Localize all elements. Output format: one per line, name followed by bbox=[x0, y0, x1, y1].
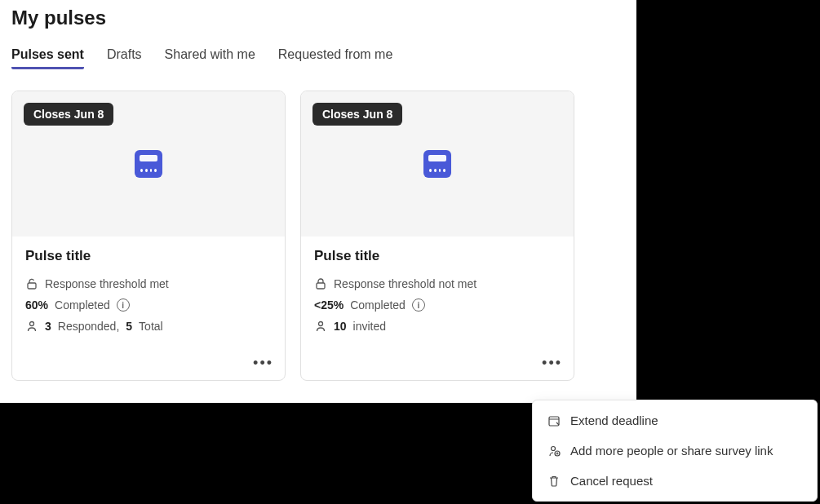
lock-icon bbox=[314, 277, 327, 290]
completed-row: 60% Completed i bbox=[25, 298, 272, 312]
tabs-bar: Pulses sent Drafts Shared with me Reques… bbox=[11, 47, 625, 69]
card-hero: Closes Jun 8 bbox=[12, 91, 285, 237]
invited-label: invited bbox=[353, 320, 386, 333]
invited-row: 10 invited bbox=[314, 320, 561, 333]
cards-row: Closes Jun 8 Pulse title Response thresh… bbox=[11, 91, 625, 381]
responded-label: Responded, bbox=[58, 320, 120, 333]
tab-shared-with-me[interactable]: Shared with me bbox=[165, 47, 255, 69]
menu-extend-deadline[interactable]: Extend deadline bbox=[533, 405, 817, 435]
context-menu: Extend deadline Add more people or share… bbox=[532, 400, 818, 502]
svg-rect-2 bbox=[317, 283, 325, 289]
pulse-icon bbox=[135, 150, 162, 178]
pulse-card[interactable]: Closes Jun 8 Pulse title Response thresh… bbox=[11, 91, 286, 381]
tab-requested-from-me[interactable]: Requested from me bbox=[278, 47, 393, 69]
threshold-text: Response threshold met bbox=[45, 277, 169, 290]
tab-drafts[interactable]: Drafts bbox=[107, 47, 142, 69]
pulse-icon bbox=[423, 150, 451, 178]
pulse-card[interactable]: Closes Jun 8 Pulse title Response thresh… bbox=[300, 91, 574, 381]
card-body: Pulse title Response threshold not met <… bbox=[301, 237, 574, 380]
completed-pct: 60% bbox=[25, 298, 48, 312]
svg-point-3 bbox=[319, 322, 323, 326]
menu-item-label: Add more people or share survey link bbox=[570, 444, 773, 458]
completed-label: Completed bbox=[55, 298, 110, 312]
page-title: My pulses bbox=[11, 7, 625, 29]
responded-row: 3 Responded, 5 Total bbox=[25, 320, 272, 333]
total-count: 5 bbox=[126, 320, 132, 333]
svg-point-5 bbox=[552, 446, 556, 450]
card-hero: Closes Jun 8 bbox=[301, 91, 574, 237]
completed-label: Completed bbox=[350, 298, 406, 312]
tab-pulses-sent[interactable]: Pulses sent bbox=[11, 47, 84, 69]
menu-cancel-request[interactable]: Cancel request bbox=[533, 466, 817, 496]
svg-rect-4 bbox=[549, 417, 559, 426]
threshold-text: Response threshold not met bbox=[334, 277, 476, 290]
menu-item-label: Cancel request bbox=[570, 474, 653, 488]
card-title: Pulse title bbox=[25, 248, 272, 264]
svg-point-1 bbox=[30, 322, 34, 326]
person-icon bbox=[314, 320, 327, 333]
info-icon[interactable]: i bbox=[117, 298, 130, 312]
completed-pct: <25% bbox=[314, 298, 344, 312]
completed-row: <25% Completed i bbox=[314, 298, 561, 312]
threshold-row: Response threshold not met bbox=[314, 277, 561, 290]
closes-badge: Closes Jun 8 bbox=[24, 103, 113, 126]
more-button[interactable]: ••• bbox=[253, 356, 273, 370]
main-content: My pulses Pulses sent Drafts Shared with… bbox=[0, 0, 636, 381]
trash-icon bbox=[547, 475, 561, 488]
threshold-row: Response threshold met bbox=[25, 277, 272, 290]
menu-item-label: Extend deadline bbox=[570, 413, 658, 427]
unlock-icon bbox=[25, 277, 38, 290]
calendar-edit-icon bbox=[547, 414, 561, 427]
person-add-icon bbox=[547, 444, 561, 458]
menu-add-people[interactable]: Add more people or share survey link bbox=[533, 435, 817, 466]
svg-rect-0 bbox=[28, 283, 36, 289]
card-body: Pulse title Response threshold met 60% C… bbox=[12, 237, 285, 380]
closes-badge: Closes Jun 8 bbox=[312, 103, 402, 126]
total-label: Total bbox=[139, 320, 163, 333]
more-button[interactable]: ••• bbox=[542, 356, 562, 370]
person-icon bbox=[25, 320, 38, 333]
invited-count: 10 bbox=[334, 320, 347, 333]
info-icon[interactable]: i bbox=[412, 298, 425, 312]
card-title: Pulse title bbox=[314, 248, 561, 264]
responded-count: 3 bbox=[45, 320, 51, 333]
